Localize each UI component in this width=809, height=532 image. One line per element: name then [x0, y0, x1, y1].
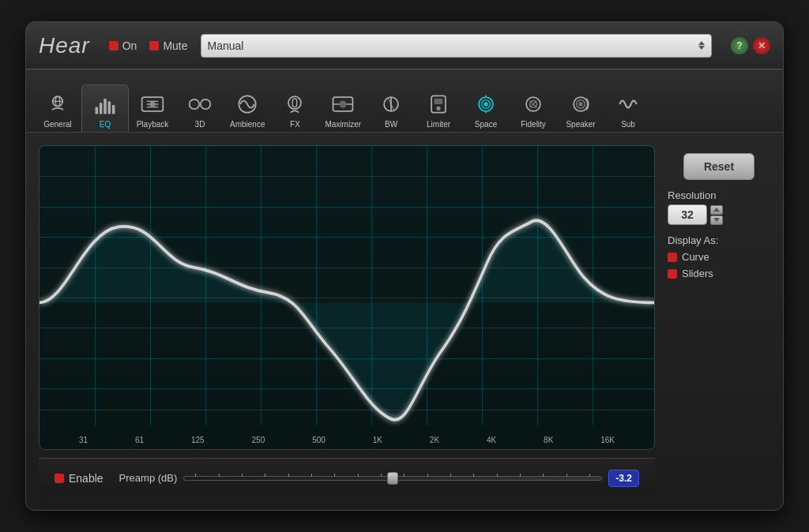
- freq-4k: 4K: [487, 436, 496, 444]
- window-buttons: ? ✕: [731, 37, 770, 54]
- tick-6: [311, 474, 312, 477]
- preset-dropdown[interactable]: Manual: [201, 34, 712, 58]
- maximizer-icon: [329, 90, 357, 118]
- tick-3: [242, 474, 243, 477]
- tab-fx-label: FX: [290, 120, 300, 129]
- playback-icon: [138, 90, 167, 118]
- tab-3d[interactable]: 3D: [176, 85, 224, 132]
- on-indicator: [109, 41, 119, 51]
- display-as-section: Display As: Curve Sliders: [668, 234, 770, 279]
- tab-ambience[interactable]: Ambience: [224, 85, 271, 132]
- svg-rect-5: [108, 101, 111, 114]
- right-panel: Reset Resolution 32 Display A: [668, 145, 770, 497]
- space-icon: [472, 90, 500, 118]
- tab-bar: General EQ: [26, 69, 783, 133]
- svg-rect-3: [100, 103, 103, 114]
- freq-8k: 8K: [544, 436, 553, 444]
- svg-rect-4: [103, 99, 107, 114]
- tick-17: [566, 474, 567, 477]
- tick-15: [520, 474, 521, 477]
- tick-7: [334, 474, 335, 477]
- preamp-container: Preamp (dB): [119, 470, 639, 487]
- tab-space[interactable]: Space: [462, 85, 510, 132]
- enable-button[interactable]: Enable: [55, 472, 103, 485]
- arrow-up-icon: [698, 41, 705, 45]
- tick-4: [265, 474, 265, 477]
- tab-ambience-label: Ambience: [230, 120, 265, 129]
- tick-10: [404, 474, 404, 477]
- svg-point-11: [149, 101, 155, 107]
- tab-eq[interactable]: EQ: [81, 84, 129, 132]
- svg-point-36: [578, 102, 582, 106]
- preamp-slider[interactable]: [183, 476, 602, 481]
- tab-limiter[interactable]: Limiter: [415, 85, 462, 132]
- app-window: Hear On Mute Manual ? ✕: [25, 21, 784, 511]
- tab-space-label: Space: [475, 120, 497, 129]
- svg-rect-16: [293, 99, 297, 107]
- eq-section: 31 61 125 250 500 1K 2K 4K 8K 16K Enable: [39, 145, 655, 497]
- mute-label: Mute: [163, 39, 187, 52]
- tab-eq-label: EQ: [100, 120, 111, 129]
- resolution-down-button[interactable]: [710, 215, 723, 225]
- sliders-label: Sliders: [682, 268, 713, 279]
- freq-250: 250: [252, 436, 265, 444]
- 3d-icon: [186, 90, 214, 118]
- resolution-value: 32: [668, 204, 707, 225]
- tab-sub[interactable]: Sub: [604, 85, 652, 132]
- eq-curve-svg: [40, 146, 654, 449]
- title-bar: Hear On Mute Manual ? ✕: [26, 22, 783, 69]
- svg-point-12: [190, 99, 199, 109]
- help-button[interactable]: ?: [731, 37, 748, 54]
- preamp-value: -3.2: [608, 470, 639, 487]
- display-as-label: Display As:: [668, 234, 770, 246]
- reset-button[interactable]: Reset: [683, 153, 754, 180]
- speaker-icon: [566, 90, 595, 118]
- freq-2k: 2K: [430, 436, 439, 444]
- tick-14: [497, 474, 498, 477]
- tick-1: [195, 474, 196, 477]
- spinner-down-icon: [713, 218, 720, 222]
- freq-31: 31: [79, 436, 88, 444]
- resolution-control: 32: [668, 204, 770, 225]
- curve-option[interactable]: Curve: [668, 251, 770, 263]
- eq-graph[interactable]: 31 61 125 250 500 1K 2K 4K 8K 16K: [39, 145, 655, 450]
- fx-icon: [280, 90, 309, 118]
- tab-limiter-label: Limiter: [427, 120, 450, 129]
- freq-500: 500: [312, 436, 325, 444]
- tab-fidelity[interactable]: Fidelity: [510, 85, 557, 132]
- tab-general[interactable]: General: [34, 85, 81, 132]
- tab-speaker-label: Speaker: [566, 120, 595, 129]
- freq-125: 125: [191, 436, 205, 444]
- svg-point-13: [201, 99, 210, 109]
- close-button[interactable]: ✕: [753, 37, 770, 54]
- tab-maximizer[interactable]: Maximizer: [318, 85, 367, 132]
- tab-sub-label: Sub: [621, 120, 635, 129]
- sliders-option[interactable]: Sliders: [668, 268, 770, 279]
- mute-button[interactable]: Mute: [149, 39, 187, 52]
- tab-fidelity-label: Fidelity: [521, 120, 546, 129]
- svg-point-29: [484, 102, 487, 106]
- slider-thumb[interactable]: [387, 472, 398, 485]
- tab-maximizer-label: Maximizer: [325, 120, 361, 129]
- on-button[interactable]: On: [109, 39, 137, 52]
- mute-indicator: [149, 41, 159, 51]
- arrow-down-icon: [698, 46, 705, 50]
- tab-general-label: General: [43, 120, 72, 129]
- enable-indicator: [55, 474, 64, 483]
- preset-value: Manual: [208, 39, 244, 52]
- svg-rect-6: [112, 105, 115, 114]
- bottom-controls: Enable Preamp (dB): [39, 458, 655, 497]
- curve-label: Curve: [682, 251, 709, 263]
- tab-fx[interactable]: FX: [271, 85, 318, 132]
- general-icon: [43, 90, 72, 118]
- tab-playback-label: Playback: [137, 120, 169, 129]
- freq-61: 61: [135, 436, 144, 444]
- tab-speaker[interactable]: Speaker: [557, 85, 604, 132]
- tab-playback[interactable]: Playback: [129, 85, 176, 132]
- svg-rect-2: [96, 107, 99, 114]
- tick-16: [543, 474, 544, 477]
- resolution-up-button[interactable]: [710, 205, 723, 215]
- tick-9: [381, 474, 382, 477]
- tick-12: [450, 474, 451, 477]
- tab-bw[interactable]: BW: [367, 85, 415, 132]
